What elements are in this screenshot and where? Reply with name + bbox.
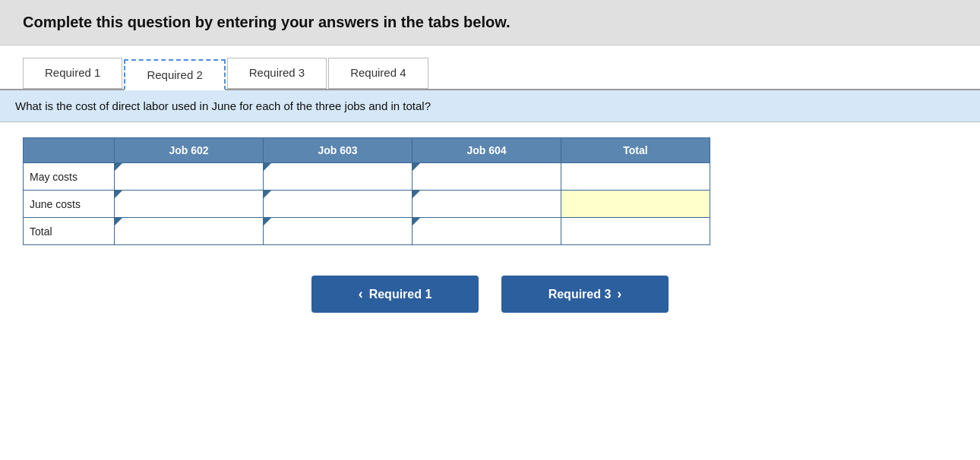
question-text: What is the cost of direct labor used in… [15,99,431,112]
main-content: Required 1 Required 2 Required 3 Require… [0,46,980,460]
prev-arrow-icon: ‹ [359,286,363,302]
next-button[interactable]: Required 3 › [501,276,669,313]
input-june-job603[interactable] [264,191,412,217]
triangle-marker [115,191,122,198]
col-header-job602: Job 602 [115,138,264,163]
triangle-marker [115,218,122,225]
row-label-june: June costs [24,191,115,218]
table-row: June costs [24,191,710,218]
tab-required3[interactable]: Required 3 [227,58,327,89]
tab-required4[interactable]: Required 4 [328,58,428,89]
question-area: What is the cost of direct labor used in… [0,90,980,122]
input-total-job603[interactable] [264,218,412,244]
cell-june-job603[interactable] [264,191,413,218]
prev-button[interactable]: ‹ Required 1 [311,276,479,313]
triangle-marker [413,191,420,198]
header-banner: Complete this question by entering your … [0,0,980,46]
cell-may-job602[interactable] [115,163,264,191]
input-total-job604[interactable] [413,218,561,244]
tab-required2[interactable]: Required 2 [124,59,225,90]
table-row: May costs [24,163,710,191]
triangle-marker [264,163,271,171]
tab-required1[interactable]: Required 1 [23,58,122,89]
page-title: Complete this question by entering your … [23,14,957,31]
cell-june-job602[interactable] [115,191,264,218]
row-label-may: May costs [24,163,115,191]
data-table: Job 602 Job 603 Job 604 Total May costs [23,137,710,245]
page-wrapper: Complete this question by entering your … [0,0,980,460]
cell-total-job602[interactable] [115,218,264,245]
col-header-job603: Job 603 [264,138,413,163]
input-may-job602[interactable] [115,163,263,190]
input-june-job604[interactable] [413,191,561,217]
input-may-total[interactable] [561,163,710,190]
triangle-marker [264,191,271,198]
nav-buttons: ‹ Required 1 Required 3 › [0,260,980,328]
cell-june-total[interactable] [561,191,710,218]
input-june-job602[interactable] [115,191,263,217]
prev-button-label: Required 1 [369,288,432,301]
col-header-total: Total [561,138,710,163]
next-button-label: Required 3 [548,288,612,301]
cell-total-job604[interactable] [413,218,561,245]
triangle-marker [115,163,122,171]
cell-total-total[interactable] [561,218,710,245]
triangle-marker [264,218,271,225]
input-total-job602[interactable] [115,218,263,244]
next-arrow-icon: › [617,286,621,302]
tabs-row: Required 1 Required 2 Required 3 Require… [0,46,980,90]
cell-june-job604[interactable] [413,191,561,218]
cell-total-job603[interactable] [264,218,413,245]
cell-may-job604[interactable] [413,163,561,191]
triangle-marker [413,163,420,171]
triangle-marker [413,218,420,225]
input-may-job604[interactable] [413,163,561,190]
row-label-total: Total [24,218,115,245]
table-row: Total [24,218,710,245]
cell-may-total[interactable] [561,163,710,191]
input-total-total[interactable] [561,218,710,244]
cell-may-job603[interactable] [264,163,413,191]
input-may-job603[interactable] [264,163,412,190]
col-header-empty [24,138,115,163]
col-header-job604: Job 604 [413,138,561,163]
table-section: Job 602 Job 603 Job 604 Total May costs [0,122,980,260]
table-header-row: Job 602 Job 603 Job 604 Total [24,138,710,163]
input-june-total[interactable] [561,191,710,217]
